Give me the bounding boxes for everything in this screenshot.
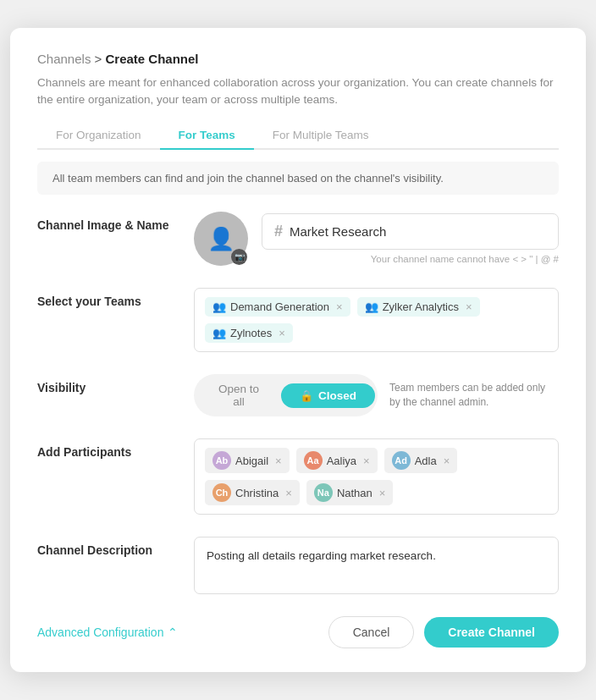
- open-to-all-button[interactable]: Open to all: [196, 377, 281, 414]
- remove-nathan-button[interactable]: ×: [379, 487, 386, 499]
- participant-name-adla: Adla: [415, 455, 437, 467]
- remove-christina-button[interactable]: ×: [285, 487, 292, 499]
- channel-name-field-wrap: # Your channel name cannot have < > " | …: [262, 213, 559, 264]
- avatar-nathan: Na: [314, 483, 333, 502]
- remove-aaliya-button[interactable]: ×: [363, 455, 370, 467]
- remove-zylker-button[interactable]: ×: [466, 300, 472, 313]
- advanced-config-label: Advanced Configuration: [37, 626, 163, 639]
- chevron-up-icon: ⌃: [168, 626, 178, 639]
- create-channel-modal: Channels > Create Channel Channels are m…: [10, 28, 586, 673]
- avatar-person-icon: 👤: [207, 226, 235, 252]
- channel-image-name-row: Channel Image & Name 👤 📷 # Your channel …: [37, 212, 559, 266]
- remove-demand-button[interactable]: ×: [336, 300, 343, 313]
- team-chip-label-zylnotes: Zylnotes: [230, 327, 272, 339]
- remove-zylnotes-button[interactable]: ×: [279, 327, 285, 339]
- avatar-christina: Ch: [212, 483, 231, 502]
- channel-description-content: Posting all details regarding market res…: [194, 537, 559, 594]
- select-teams-label: Select your Teams: [37, 288, 194, 308]
- participant-chip-abigail: Ab Abigail ×: [205, 448, 290, 473]
- participants-box[interactable]: Ab Abigail × Aa Aaliya × Ad Adla × Ch Ch…: [194, 438, 559, 515]
- breadcrumb-separator: >: [95, 52, 106, 66]
- participant-name-abigail: Abigail: [235, 455, 268, 467]
- breadcrumb: Channels > Create Channel: [37, 52, 559, 66]
- teams-box[interactable]: 👥 Demand Generation × 👥 Zylker Analytics…: [194, 288, 559, 352]
- channel-image-name-label: Channel Image & Name: [37, 212, 194, 232]
- add-participants-row: Add Participants Ab Abigail × Aa Aaliya …: [37, 438, 559, 515]
- channel-description-input[interactable]: Posting all details regarding market res…: [194, 537, 559, 594]
- remove-abigail-button[interactable]: ×: [275, 455, 282, 467]
- select-teams-content: 👥 Demand Generation × 👥 Zylker Analytics…: [194, 288, 559, 352]
- page-description: Channels are meant for enhanced collabor…: [37, 74, 559, 109]
- visibility-row: Visibility Open to all 🔒 Closed Team mem…: [37, 374, 559, 416]
- channel-image-name-content: 👤 📷 # Your channel name cannot have < > …: [194, 212, 559, 266]
- remove-adla-button[interactable]: ×: [444, 455, 450, 467]
- breadcrumb-current: Create Channel: [106, 52, 199, 66]
- camera-icon: 📷: [231, 249, 247, 265]
- participant-chip-nathan: Na Nathan ×: [306, 480, 394, 505]
- channel-name-hint: Your channel name cannot have < > " | @ …: [262, 254, 559, 264]
- team-chip-label-demand: Demand Generation: [230, 300, 329, 313]
- participant-chip-christina: Ch Christina ×: [205, 480, 300, 505]
- team-chip-demand: 👥 Demand Generation ×: [205, 297, 350, 317]
- participant-chip-adla: Ad Adla ×: [384, 448, 458, 473]
- tabs-row: For Organization For Teams For Multiple …: [37, 122, 559, 150]
- closed-button[interactable]: 🔒 Closed: [281, 383, 375, 408]
- visibility-note: Team members can be added only by the ch…: [389, 381, 559, 410]
- create-channel-button[interactable]: Create Channel: [424, 617, 559, 648]
- visibility-content: Open to all 🔒 Closed Team members can be…: [194, 374, 559, 416]
- hash-symbol: #: [274, 223, 283, 240]
- participant-name-aaliya: Aaliya: [327, 455, 356, 467]
- visibility-toggle-group: Open to all 🔒 Closed: [194, 374, 378, 416]
- tab-teams[interactable]: For Teams: [160, 122, 254, 150]
- team-icon-demand: 👥: [212, 300, 226, 313]
- channel-name-input[interactable]: [290, 224, 546, 239]
- team-icon-zylker: 👥: [365, 300, 378, 313]
- tab-organization[interactable]: For Organization: [37, 122, 160, 150]
- team-chip-zylker: 👥 Zylker Analytics ×: [357, 297, 480, 317]
- avatar-aaliya: Aa: [304, 451, 323, 470]
- add-participants-label: Add Participants: [37, 438, 194, 459]
- avatar-adla: Ad: [392, 451, 411, 470]
- advanced-configuration-link[interactable]: Advanced Configuration ⌃: [37, 626, 178, 639]
- visibility-label: Visibility: [37, 374, 194, 394]
- tab-multiple-teams[interactable]: For Multiple Teams: [254, 122, 388, 150]
- breadcrumb-parent[interactable]: Channels: [37, 52, 91, 66]
- footer: Advanced Configuration ⌃ Cancel Create C…: [37, 616, 559, 648]
- visibility-info-bar: All team members can find and join the c…: [37, 162, 559, 195]
- add-participants-content: Ab Abigail × Aa Aaliya × Ad Adla × Ch Ch…: [194, 438, 559, 515]
- team-chip-label-zylker: Zylker Analytics: [383, 300, 459, 313]
- avatar-abigail: Ab: [212, 451, 231, 470]
- cancel-button[interactable]: Cancel: [328, 616, 415, 648]
- lock-icon: 🔒: [300, 389, 313, 402]
- participant-name-nathan: Nathan: [337, 487, 372, 499]
- participant-name-christina: Christina: [235, 487, 279, 499]
- team-chip-zylnotes: 👥 Zylnotes ×: [205, 323, 293, 343]
- participant-chip-aaliya: Aa Aaliya ×: [296, 448, 378, 473]
- team-icon-zylnotes: 👥: [212, 327, 226, 339]
- avatar-upload[interactable]: 👤 📷: [194, 212, 248, 266]
- footer-buttons: Cancel Create Channel: [328, 616, 559, 648]
- channel-name-input-row: #: [262, 213, 559, 250]
- select-teams-row: Select your Teams 👥 Demand Generation × …: [37, 288, 559, 352]
- channel-description-label: Channel Description: [37, 537, 194, 557]
- channel-description-row: Channel Description Posting all details …: [37, 537, 559, 594]
